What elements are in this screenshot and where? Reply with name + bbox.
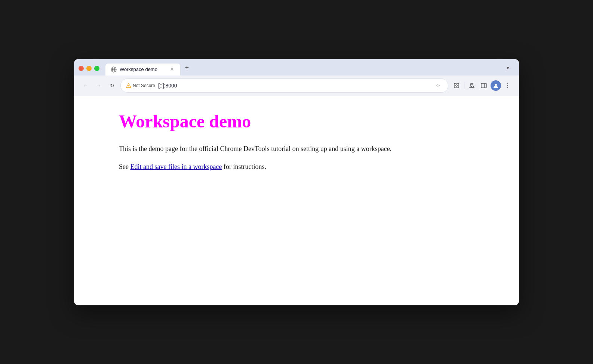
address-bar-actions: ☆ xyxy=(433,81,443,90)
back-button[interactable]: ← xyxy=(80,80,90,91)
tab-area: Workspace demo ✕ + xyxy=(105,63,503,75)
address-bar[interactable]: Not Secure [::]:8000 ☆ xyxy=(120,78,448,93)
nav-divider xyxy=(464,82,464,89)
minimize-button[interactable] xyxy=(86,66,92,71)
close-button[interactable] xyxy=(79,66,84,71)
security-indicator: Not Secure xyxy=(126,83,155,88)
svg-point-16 xyxy=(495,84,497,86)
svg-rect-10 xyxy=(454,86,456,88)
svg-rect-8 xyxy=(454,83,456,85)
tab-bar-right: ▾ xyxy=(503,63,514,73)
sidebar-icon xyxy=(481,83,487,89)
profile-icon xyxy=(493,83,498,88)
sidebar-button[interactable] xyxy=(479,80,489,91)
svg-rect-9 xyxy=(457,83,459,85)
title-bar: Workspace demo ✕ + ▾ xyxy=(74,59,519,75)
url-display: [::]:8000 xyxy=(158,83,177,89)
nav-bar: ← → ↻ Not Secure [::]:8000 ☆ xyxy=(74,75,519,96)
page-body: This is the demo page for the official C… xyxy=(119,144,474,173)
tab-favicon-icon xyxy=(111,67,117,73)
menu-button[interactable] xyxy=(503,80,513,91)
forward-button[interactable]: → xyxy=(93,80,104,91)
security-text: Not Secure xyxy=(133,83,155,88)
browser-window: Workspace demo ✕ + ▾ ← → ↻ Not Secure [:… xyxy=(74,59,519,305)
svg-rect-11 xyxy=(457,86,459,88)
nav-right-icons xyxy=(451,80,513,91)
warning-icon xyxy=(126,83,131,88)
reload-button[interactable]: ↻ xyxy=(107,80,117,91)
more-menu-icon xyxy=(505,83,511,89)
tab-chevron-button[interactable]: ▾ xyxy=(503,63,513,73)
extensions-button[interactable] xyxy=(451,80,462,91)
page-description: This is the demo page for the official C… xyxy=(119,145,391,152)
page-heading: Workspace demo xyxy=(119,111,474,132)
traffic-lights xyxy=(79,66,99,75)
bookmark-button[interactable]: ☆ xyxy=(433,81,443,90)
tab-title: Workspace demo xyxy=(120,67,166,72)
extensions-icon xyxy=(454,83,460,89)
svg-point-13 xyxy=(471,86,472,87)
see-text-after: for instructions. xyxy=(222,163,266,170)
maximize-button[interactable] xyxy=(94,66,99,71)
svg-point-18 xyxy=(507,85,508,86)
svg-point-19 xyxy=(507,87,508,87)
active-tab[interactable]: Workspace demo ✕ xyxy=(105,64,180,75)
see-text-before: See xyxy=(119,163,130,170)
devtools-button[interactable] xyxy=(467,80,477,91)
page-content: Workspace demo This is the demo page for… xyxy=(74,96,519,305)
profile-button[interactable] xyxy=(491,80,501,91)
tab-close-button[interactable]: ✕ xyxy=(169,67,175,73)
new-tab-button[interactable]: + xyxy=(182,63,192,73)
svg-point-7 xyxy=(128,86,129,87)
flask-icon xyxy=(469,83,475,89)
svg-rect-14 xyxy=(481,83,486,88)
svg-point-17 xyxy=(507,83,508,84)
workspace-link[interactable]: Edit and save files in a workspace xyxy=(130,163,222,170)
